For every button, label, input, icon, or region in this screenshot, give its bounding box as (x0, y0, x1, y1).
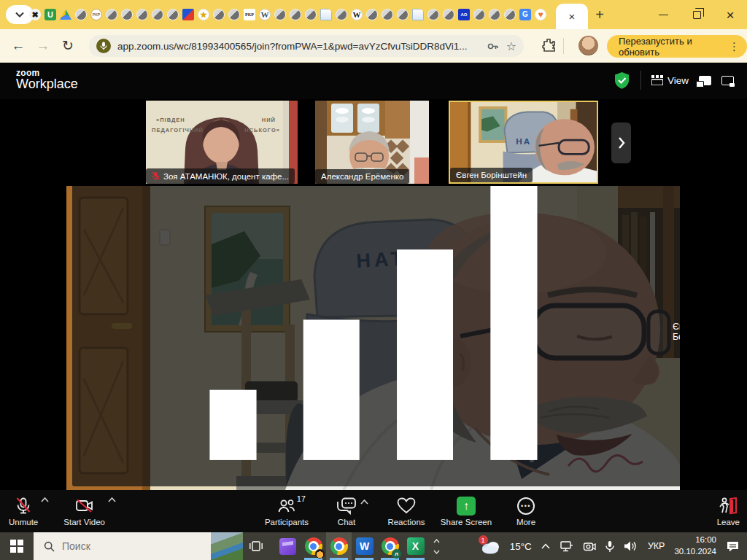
heart-favicon-tab[interactable]: ♥ (535, 9, 546, 20)
compass-favicon-tab[interactable] (473, 9, 485, 20)
compass-favicon-tab[interactable] (489, 9, 500, 20)
leave-button[interactable]: Leave (717, 490, 740, 532)
tab-close-icon[interactable]: × (569, 10, 576, 23)
pkptext-favicon-tab[interactable]: PKP (244, 9, 255, 20)
relaunch-update-button[interactable]: Перезапустить и обновить ⋮ (607, 35, 747, 58)
task-view-button[interactable] (243, 532, 269, 560)
taskbar-search[interactable] (34, 532, 243, 560)
minimize-button[interactable] (646, 0, 680, 29)
scroll-down-icon[interactable] (433, 550, 440, 554)
compass-favicon-tab[interactable] (366, 9, 378, 20)
date-label: 30.10.2024 (674, 546, 716, 558)
tray-overflow-chevron[interactable] (541, 543, 550, 549)
taskbar-chrome-green-button[interactable]: л (377, 532, 403, 560)
compass-favicon-tab[interactable] (305, 9, 317, 20)
active-tab[interactable]: × (556, 4, 588, 29)
camera-in-use-icon[interactable] (583, 541, 596, 552)
compass-favicon-tab[interactable] (228, 9, 240, 20)
search-highlight-image[interactable] (211, 532, 243, 560)
video-tile-zoya[interactable]: «ПІВДЕН НИЙ ПЕДАГОГІЧНИЙ НСЬКОГО» Зоя АТ… (146, 101, 298, 184)
active-speaker-name-text: Євген Борінштейн (673, 322, 680, 342)
wordpress-favicon-tab[interactable]: W (259, 9, 271, 20)
chat-button[interactable]: Chat (317, 490, 376, 532)
translate-favicon-tab[interactable]: G (519, 9, 531, 20)
compass-favicon-tab[interactable] (504, 9, 516, 20)
compass-favicon-tab[interactable] (167, 9, 179, 20)
star-favicon-tab[interactable]: ★ (198, 9, 209, 20)
compass-favicon-tab[interactable] (75, 9, 87, 20)
password-key-icon[interactable] (487, 40, 499, 52)
taskbar-chrome-avatar-button[interactable] (326, 532, 352, 560)
start-button[interactable] (0, 532, 34, 560)
doc-favicon-tab[interactable] (320, 9, 332, 20)
forward-button[interactable]: → (31, 38, 55, 54)
back-button[interactable]: ← (6, 38, 31, 54)
start-video-button[interactable]: Start Video (63, 490, 105, 532)
network-icon[interactable] (560, 540, 573, 553)
notification-center-icon[interactable] (726, 540, 740, 553)
joomla-favicon-tab[interactable]: ✖ (29, 9, 41, 20)
more-button[interactable]: ••• More (496, 490, 556, 532)
clock[interactable]: 16:00 30.10.2024 (674, 534, 716, 557)
pkpcircle-favicon-tab[interactable]: PKP (90, 9, 102, 20)
mic-in-use-icon[interactable] (605, 540, 614, 553)
ao-favicon-tab[interactable]: АО (458, 9, 470, 20)
video-tile-yevhen[interactable]: HA Євген Борінштейн (449, 101, 598, 184)
chat-options-chevron[interactable] (360, 499, 368, 505)
browser-menu-icon[interactable]: ⋮ (729, 40, 740, 53)
wiki-favicon-tab[interactable]: W (351, 9, 363, 20)
compass-favicon-tab[interactable] (397, 9, 409, 20)
compass-favicon-tab[interactable] (382, 9, 393, 20)
bookmark-star-icon[interactable]: ☆ (506, 39, 516, 53)
volume-icon[interactable] (624, 540, 638, 552)
zoom-workplace-logo: zoom Workplace (16, 68, 78, 92)
banner-text-fragment: НСЬКОГО» (244, 127, 280, 133)
chat-icon (336, 497, 357, 515)
video-options-chevron[interactable] (108, 497, 116, 502)
compass-favicon-tab[interactable] (290, 9, 301, 20)
compass-favicon-tab[interactable] (152, 9, 163, 20)
compass-favicon-tab[interactable] (427, 9, 439, 20)
search-input[interactable] (62, 540, 186, 552)
compass-favicon-tab[interactable] (443, 9, 454, 20)
ugreen-favicon-tab[interactable]: U (44, 9, 56, 20)
participants-button[interactable]: 17 Participants (257, 490, 317, 532)
video-tile-alexander[interactable]: Александр Ерёменко (315, 101, 429, 184)
profile-avatar[interactable] (578, 36, 598, 55)
close-button[interactable]: × (713, 0, 747, 29)
taskbar-movies-button[interactable] (275, 532, 301, 560)
gallery-window-icon[interactable] (699, 76, 711, 85)
address-bar[interactable]: app.zoom.us/wc/81993400565/join?fromPWA=… (89, 35, 524, 57)
doc-favicon-tab[interactable] (412, 9, 424, 20)
temperature-label[interactable]: 15°C (510, 541, 532, 552)
extensions-icon[interactable] (541, 38, 556, 55)
url-text[interactable]: app.zoom.us/wc/81993400565/join?fromPWA=… (117, 41, 479, 52)
taskbar-chrome-orange-button[interactable] (301, 532, 326, 560)
unmute-button[interactable]: Unmute (9, 490, 38, 532)
taskbar-scroll[interactable] (428, 532, 444, 560)
microphone-permission-icon[interactable] (96, 39, 111, 53)
meeting-security-shield-icon[interactable] (614, 71, 630, 90)
taskbar-word-button[interactable]: W (352, 532, 377, 560)
compass-favicon-tab[interactable] (136, 9, 148, 20)
share-screen-button[interactable]: ↑ Share Screen (436, 490, 496, 532)
audio-options-chevron[interactable] (41, 497, 49, 502)
reactions-button[interactable]: Reactions (376, 490, 436, 532)
gdrive-favicon-tab[interactable] (60, 9, 71, 20)
next-participants-button[interactable] (611, 122, 631, 163)
scroll-up-icon[interactable] (433, 539, 440, 543)
compass-favicon-tab[interactable] (121, 9, 133, 20)
compass-favicon-tab[interactable] (336, 9, 347, 20)
flag-favicon-tab[interactable] (182, 9, 194, 20)
weather-button[interactable]: 1 (480, 537, 500, 555)
restore-button[interactable] (680, 0, 713, 29)
new-tab-button[interactable]: + (591, 6, 608, 23)
compass-favicon-tab[interactable] (106, 9, 117, 20)
language-indicator[interactable]: УКР (648, 541, 665, 551)
compass-favicon-tab[interactable] (213, 9, 225, 20)
view-button[interactable]: View (651, 75, 689, 86)
minimize-window-icon[interactable] (721, 76, 734, 85)
reload-button[interactable]: ↻ (55, 37, 80, 54)
compass-favicon-tab[interactable] (274, 9, 286, 20)
taskbar-excel-button[interactable]: X (403, 532, 428, 560)
